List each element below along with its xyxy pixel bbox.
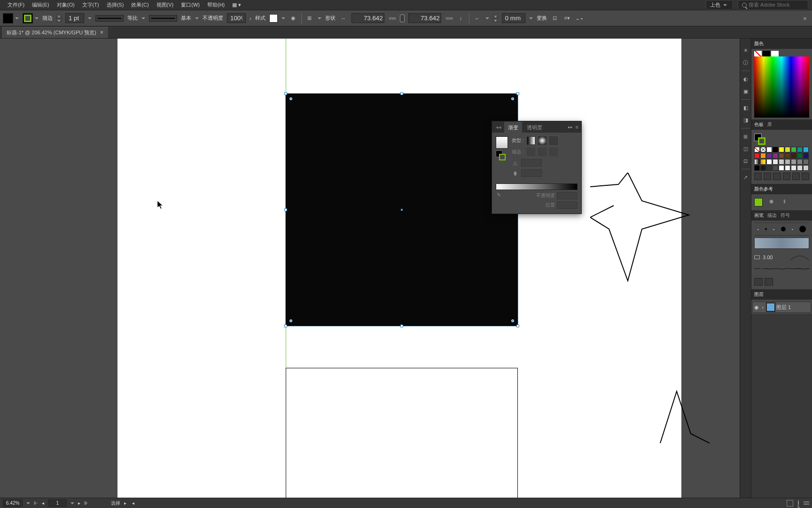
chevron-down-icon[interactable] [318,17,321,19]
gradient-slider[interactable] [496,183,578,190]
trash-icon[interactable] [802,173,809,180]
menu-object[interactable]: 对象(O) [53,1,78,8]
swatch[interactable] [803,159,809,165]
menu-select[interactable]: 选择(S) [103,1,128,8]
appearance-icon[interactable]: ◐ [742,75,750,83]
swatch[interactable] [766,159,772,165]
star-shape[interactable] [634,387,710,452]
chevron-down-icon[interactable] [485,17,489,19]
visibility-icon[interactable]: ◉ [753,304,760,310]
tab-gradient[interactable]: 渐变 [504,122,522,133]
layer-name[interactable]: 图层 1 [776,304,791,311]
swatch[interactable] [754,153,760,159]
swatch[interactable] [785,165,790,171]
swatch-gradient[interactable] [754,159,760,165]
rectangle-shape[interactable] [286,368,518,498]
chevron-down-icon[interactable] [281,17,285,19]
link-dimensions-icon[interactable] [400,15,405,22]
corner-stepper[interactable]: ▴▾ [493,14,498,22]
status-dropdown-icon[interactable]: ▸ [124,500,126,506]
panel-stroke-tab[interactable]: 描边 [767,212,777,219]
panel-swatches-tab[interactable]: 色板 [754,121,764,128]
layer-row[interactable]: ◉ › 图层 1 [752,302,811,313]
graphic-styles-icon[interactable]: ▣ [742,87,750,95]
swatch[interactable] [754,165,760,171]
swatch[interactable] [803,147,809,152]
artboard-nav-prev[interactable]: ◂ [42,500,44,506]
transform-panel-icon[interactable]: ⊡ [742,157,750,165]
color-spectrum[interactable] [754,56,809,118]
menu-type[interactable]: 文字(T) [78,1,103,8]
artboard-number[interactable]: 1 [48,500,67,507]
chevron-down-icon[interactable] [529,17,533,19]
asset-export-icon[interactable]: ↗ [742,173,750,182]
star-shape[interactable] [590,173,698,290]
swatch[interactable] [791,153,796,159]
corner-widget[interactable] [289,97,292,100]
swatch[interactable] [779,159,784,165]
swatch[interactable] [760,153,766,159]
pathfinder-icon[interactable]: ◫ [742,144,750,153]
swatch-menu-icon[interactable] [764,173,771,180]
swatch[interactable] [785,159,790,165]
white-swatch[interactable] [771,51,779,56]
properties-icon[interactable]: ☀ [742,46,750,55]
brush-sample[interactable] [754,238,809,249]
transparency-icon[interactable]: ◧ [742,103,750,112]
eyedropper-icon[interactable]: ✎ [497,192,504,199]
swatch-gradient[interactable] [760,159,766,165]
menu-effect[interactable]: 效果(C) [127,1,152,8]
swatch-options-icon[interactable] [773,173,781,180]
brush-list[interactable]: • • • [754,222,809,236]
corner-widget[interactable] [511,97,514,100]
swatch[interactable] [773,165,778,171]
swatch[interactable] [773,147,778,152]
close-icon[interactable]: × [100,29,103,36]
stroke-swatch[interactable] [23,13,33,24]
menu-view[interactable]: 视图(V) [153,1,178,8]
swatch[interactable] [773,159,778,165]
isolate-icon[interactable]: ⊡ [551,14,559,23]
swatch[interactable] [791,159,796,165]
arrange-icon[interactable]: ≡▾ [563,14,571,23]
canvas[interactable]: ◂◂ 渐变 透明度 ▸▸ ≡ 类型 : [0,39,740,498]
selected-rectangle[interactable] [286,94,518,326]
menu-window[interactable]: 窗口(W) [177,1,203,8]
selection-handle[interactable] [400,325,403,327]
brush-folder-icon[interactable] [765,278,773,286]
document-tab[interactable]: 标题-1* @ 206.42% (CMYK/GPU 预览) × [2,27,108,38]
gradient-icon[interactable]: ◨ [742,116,750,124]
swatch[interactable] [797,153,803,159]
swatch-none[interactable] [754,147,760,152]
chevron-down-icon[interactable] [195,17,199,19]
corner-radius-input[interactable] [502,13,525,23]
brush-lib-icon[interactable] [754,278,763,286]
artboard-nav-last[interactable]: ⊪ [84,500,88,506]
swatch[interactable] [791,147,796,152]
fill-stroke-toggle[interactable] [496,151,505,160]
zoom-tool-icon[interactable] [798,500,799,506]
align-panel-icon[interactable]: ⊞ [742,132,750,141]
selection-handle[interactable] [516,92,519,95]
selection-handle[interactable] [400,92,403,95]
swatch[interactable] [766,147,772,152]
chevron-down-icon[interactable] [141,17,145,19]
swatch[interactable] [766,153,772,159]
align-icon[interactable]: ⊞ [305,14,314,23]
swatch[interactable] [779,147,784,152]
arrange-icon[interactable]: ▦ ▾ [228,2,245,8]
fill-swatch[interactable] [3,13,13,24]
expand-icon[interactable]: › [760,304,765,310]
swatch-lib-icon[interactable] [754,173,762,180]
panel-colorguide-tab[interactable]: 颜色参考 [754,186,773,192]
chevron-down-icon[interactable] [70,502,74,504]
coloring-dropdown[interactable]: 上色 [706,0,733,10]
corner-type-icon[interactable]: ⌐ [473,14,482,23]
panel-collapse-icon[interactable]: ◂◂ [496,124,501,130]
selection-handle[interactable] [284,92,287,95]
new-group-icon[interactable] [783,173,790,180]
panel-menu-icon[interactable]: ≡ [576,124,578,130]
none-swatch[interactable] [754,51,762,56]
adobe-stock-search[interactable]: 搜索 Adobe Stock [738,0,808,10]
shape-height-input[interactable] [408,13,441,23]
